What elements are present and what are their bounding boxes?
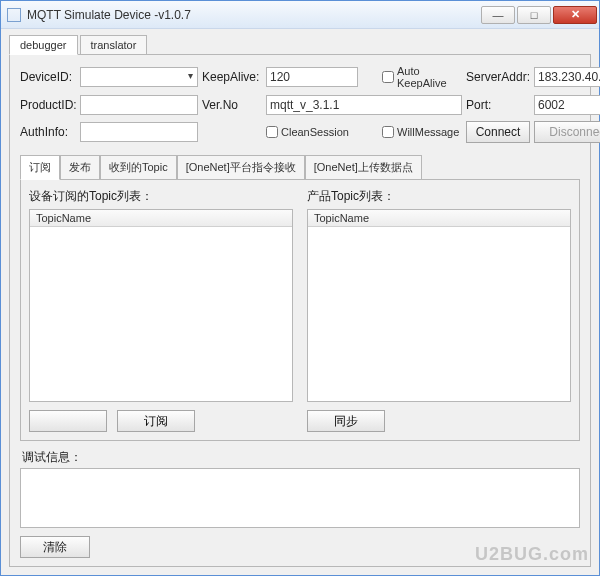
port-input[interactable] (534, 95, 600, 115)
inner-panel: 设备订阅的Topic列表： TopicName 订阅 产品Topic列表： (20, 179, 580, 441)
productid-input[interactable] (80, 95, 198, 115)
blank-button[interactable] (29, 410, 107, 432)
itab-received[interactable]: 收到的Topic (100, 155, 177, 180)
label-port: Port: (466, 98, 530, 112)
app-window: MQTT Simulate Device -v1.0.7 — □ ✕ debug… (0, 0, 600, 576)
tab-translator[interactable]: translator (80, 35, 148, 55)
label-authinfo: AuthInfo: (20, 125, 76, 139)
app-icon (7, 8, 21, 22)
label-serveraddr: ServerAddr: (466, 70, 530, 84)
willmessage-label: WillMessage (397, 126, 459, 138)
label-productid: ProductID: (20, 98, 76, 112)
serveraddr-input[interactable] (534, 67, 600, 87)
product-topic-buttons: 同步 (307, 410, 571, 432)
auto-keepalive-label: Auto KeepAlive (397, 65, 462, 89)
auto-keepalive-input[interactable] (382, 71, 394, 83)
top-tabs: debugger translator (9, 35, 591, 55)
label-verno: Ver.No (202, 98, 262, 112)
device-topic-listbox: 设备订阅的Topic列表： TopicName 订阅 (29, 188, 293, 432)
keepalive-input[interactable] (266, 67, 358, 87)
titlebar: MQTT Simulate Device -v1.0.7 — □ ✕ (1, 1, 599, 29)
willmessage-input[interactable] (382, 126, 394, 138)
willmessage-checkbox[interactable]: WillMessage (382, 126, 462, 138)
form-row-2: ProductID: Ver.No Port: (20, 95, 580, 115)
clear-button[interactable]: 清除 (20, 536, 90, 558)
product-topic-caption: 产品Topic列表： (307, 188, 571, 205)
close-button[interactable]: ✕ (553, 6, 597, 24)
inner-tabs: 订阅 发布 收到的Topic [OneNet]平台指令接收 [OneNet]上传… (20, 155, 580, 180)
debug-label: 调试信息： (22, 449, 580, 466)
itab-publish[interactable]: 发布 (60, 155, 100, 180)
maximize-button[interactable]: □ (517, 6, 551, 24)
itab-subscribe[interactable]: 订阅 (20, 155, 60, 180)
product-topic-colhdr[interactable]: TopicName (308, 210, 570, 227)
itab-onenet-cmd[interactable]: [OneNet]平台指令接收 (177, 155, 305, 180)
auto-keepalive-checkbox[interactable]: Auto KeepAlive (382, 65, 462, 89)
minimize-button[interactable]: — (481, 6, 515, 24)
device-topic-colhdr[interactable]: TopicName (30, 210, 292, 227)
device-topic-caption: 设备订阅的Topic列表： (29, 188, 293, 205)
sync-button[interactable]: 同步 (307, 410, 385, 432)
disconnect-button[interactable]: Disconnect (534, 121, 600, 143)
form-row-1: DeviceID: KeepAlive: Auto KeepAlive Serv… (20, 65, 580, 89)
label-keepalive: KeepAlive: (202, 70, 262, 84)
two-lists: 设备订阅的Topic列表： TopicName 订阅 产品Topic列表： (29, 188, 571, 432)
window-title: MQTT Simulate Device -v1.0.7 (27, 8, 479, 22)
subscribe-button[interactable]: 订阅 (117, 410, 195, 432)
connect-button[interactable]: Connect (466, 121, 530, 143)
inner-wrap: 订阅 发布 收到的Topic [OneNet]平台指令接收 [OneNet]上传… (20, 155, 580, 441)
tab-debugger[interactable]: debugger (9, 35, 78, 55)
main-panel: DeviceID: KeepAlive: Auto KeepAlive Serv… (9, 54, 591, 567)
itab-onenet-data[interactable]: [OneNet]上传数据点 (305, 155, 422, 180)
product-topic-listbox: 产品Topic列表： TopicName 同步 (307, 188, 571, 432)
device-topic-list[interactable]: TopicName (29, 209, 293, 402)
cleansession-checkbox[interactable]: CleanSession (266, 126, 358, 138)
debug-textarea[interactable] (20, 468, 580, 528)
authinfo-input[interactable] (80, 122, 198, 142)
form-row-3: AuthInfo: CleanSession WillMessage Conne… (20, 121, 580, 143)
client-area: debugger translator DeviceID: KeepAlive:… (1, 29, 599, 575)
cleansession-label: CleanSession (281, 126, 349, 138)
product-topic-list[interactable]: TopicName (307, 209, 571, 402)
device-topic-buttons: 订阅 (29, 410, 293, 432)
cleansession-input[interactable] (266, 126, 278, 138)
label-deviceid: DeviceID: (20, 70, 76, 84)
verno-input[interactable] (266, 95, 462, 115)
deviceid-combo[interactable] (80, 67, 198, 87)
